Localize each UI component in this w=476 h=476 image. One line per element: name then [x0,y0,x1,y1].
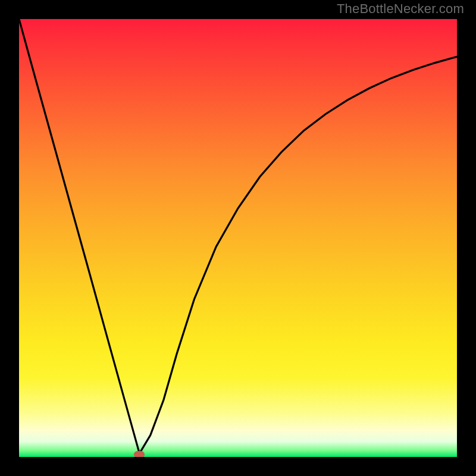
chart-frame: TheBottleNecker.com [0,0,476,476]
watermark-text: TheBottleNecker.com [337,1,464,17]
bottleneck-curve [19,19,457,457]
curve-path [19,19,457,453]
plot-area [19,19,457,457]
optimum-marker [134,451,145,457]
